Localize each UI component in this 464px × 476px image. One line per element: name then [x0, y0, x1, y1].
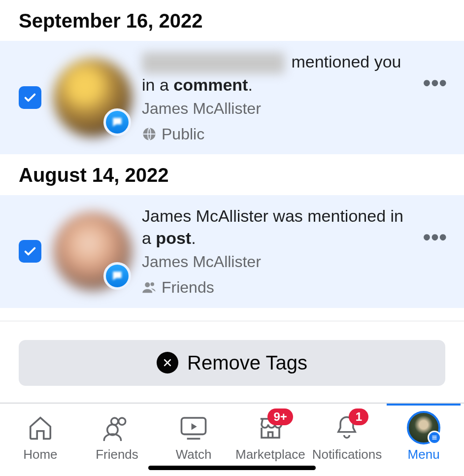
avatar [53, 212, 132, 291]
more-button[interactable]: ••• [421, 78, 449, 87]
checkbox[interactable] [19, 86, 41, 109]
date-header: September 16, 2022 [0, 0, 464, 41]
badge: 9+ [267, 408, 293, 425]
badge: 1 [349, 408, 368, 425]
close-circle-icon [157, 352, 178, 374]
svg-point-5 [111, 418, 118, 425]
activity-item[interactable]: James McAllister was mentioned in a post… [0, 195, 464, 307]
nav-label: Marketplace [235, 447, 305, 462]
checkbox[interactable] [19, 240, 41, 263]
activity-text-block: mentioned you in a comment. James McAlli… [142, 51, 421, 144]
activity-subtext: James McAllister [142, 98, 415, 119]
activity-subtext: James McAllister [142, 251, 415, 272]
activity-text-block: James McAllister was mentioned in a post… [142, 205, 421, 298]
mention-badge-icon [103, 262, 131, 290]
date-header: August 14, 2022 [0, 154, 464, 195]
active-tab-indicator [387, 404, 461, 406]
activity-privacy: Friends [142, 277, 415, 298]
check-icon [23, 91, 37, 104]
blurred-name [142, 52, 285, 74]
nav-label: Notifications [312, 447, 382, 462]
svg-point-1 [145, 282, 150, 287]
profile-avatar [407, 411, 440, 444]
nav-label: Friends [96, 447, 138, 462]
nav-home[interactable]: Home [3, 412, 77, 462]
nav-label: Watch [176, 447, 212, 462]
check-icon [23, 244, 37, 258]
nav-label: Menu [408, 447, 440, 462]
nav-marketplace[interactable]: 9+ Marketplace [233, 412, 307, 462]
nav-menu[interactable]: Menu [387, 412, 461, 462]
menu-lines-icon [428, 431, 441, 444]
mention-badge-icon [103, 108, 131, 136]
bottom-nav: Home Friends Watch [0, 403, 464, 476]
ios-home-indicator[interactable] [148, 466, 316, 470]
public-icon [142, 127, 157, 141]
nav-watch[interactable]: Watch [157, 412, 231, 462]
nav-notifications[interactable]: 1 Notifications [310, 412, 384, 462]
more-button[interactable]: ••• [421, 233, 449, 241]
friends-icon [102, 414, 132, 441]
activity-item[interactable]: mentioned you in a comment. James McAlli… [0, 41, 464, 154]
nav-friends[interactable]: Friends [80, 412, 154, 462]
activity-privacy: Public [142, 124, 415, 144]
watch-icon [179, 414, 208, 441]
nav-label: Home [23, 447, 57, 462]
remove-tags-button[interactable]: Remove Tags [19, 340, 445, 386]
svg-point-4 [119, 418, 126, 425]
home-icon [27, 414, 54, 441]
avatar [53, 58, 132, 137]
friends-icon [142, 280, 157, 295]
svg-point-2 [151, 282, 155, 286]
